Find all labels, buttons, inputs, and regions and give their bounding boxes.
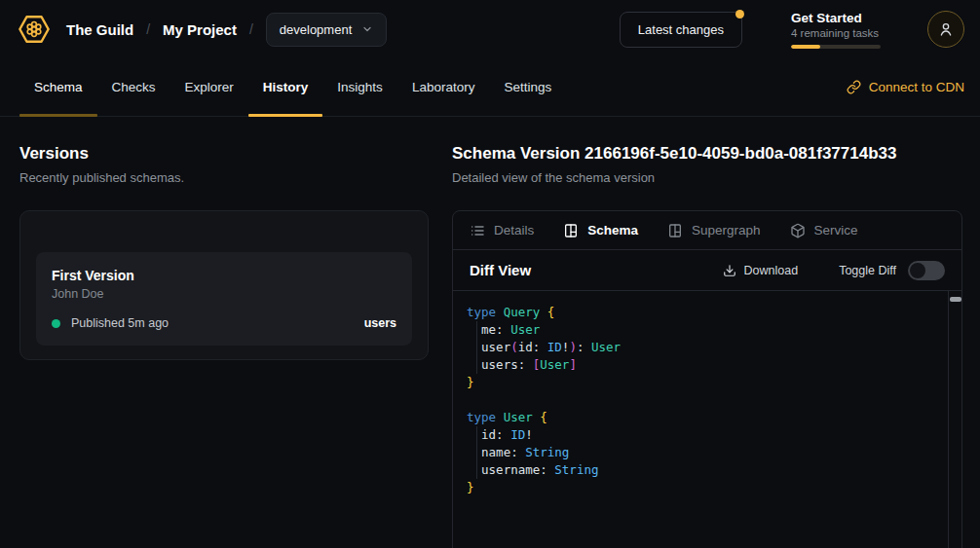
get-started-subtitle: 4 remaining tasks — [791, 27, 881, 39]
org-name[interactable]: The Guild — [66, 21, 133, 38]
list-icon — [470, 223, 485, 238]
breadcrumb-separator: / — [249, 21, 253, 37]
project-name[interactable]: My Project — [163, 21, 237, 38]
target-select-value: development — [280, 22, 352, 37]
diff-actions: Download Toggle Diff — [723, 261, 945, 280]
notification-dot — [735, 10, 744, 18]
toggle-knob — [910, 263, 925, 278]
tab-underline — [19, 114, 97, 117]
connect-to-cdn-label: Connect to CDN — [869, 80, 964, 94]
version-detail-subtitle: Detailed view of the schema version — [452, 170, 962, 185]
get-started-progress-fill — [791, 45, 820, 49]
connect-to-cdn-link[interactable]: Connect to CDN — [847, 58, 964, 116]
detail-tabs: Details Schema Supergraph — [453, 211, 961, 250]
latest-changes-button[interactable]: Latest changes — [620, 12, 742, 48]
get-started-widget[interactable]: Get Started 4 remaining tasks — [791, 11, 881, 49]
version-name: First Version — [52, 268, 396, 283]
tab-underline — [248, 114, 323, 117]
get-started-title: Get Started — [791, 11, 881, 25]
code-content: type Query { me: User user(id: ID!): Use… — [453, 291, 961, 509]
columns-icon — [667, 223, 683, 238]
version-detail-panel: Schema Version 2166196f-5e10-4059-bd0a-0… — [452, 144, 962, 548]
tab-laboratory[interactable]: Laboratory — [397, 58, 490, 116]
user-icon — [938, 21, 954, 37]
tab-insights[interactable]: Insights — [322, 58, 397, 116]
tab-history[interactable]: History — [248, 58, 323, 116]
diff-view-header: Diff View Download Toggle Diff — [453, 250, 961, 291]
detail-tab-supergraph[interactable]: Supergraph — [667, 223, 761, 238]
toggle-diff-switch[interactable] — [908, 261, 945, 280]
versions-list-card: First Version John Doe Published 5m ago … — [19, 210, 429, 360]
tab-settings[interactable]: Settings — [489, 58, 566, 116]
tab-checks[interactable]: Checks — [97, 58, 170, 116]
version-detail-container: Details Schema Supergraph — [452, 210, 962, 548]
user-menu-button[interactable] — [927, 11, 964, 48]
version-author: John Doe — [52, 287, 396, 301]
box-icon — [790, 223, 806, 238]
main-content: Versions Recently published schemas. Fir… — [0, 117, 980, 548]
detail-tab-service[interactable]: Service — [790, 223, 858, 238]
get-started-progress-bar — [791, 45, 881, 49]
download-icon — [723, 264, 736, 277]
versions-title: Versions — [19, 144, 429, 164]
indent-guide — [476, 426, 477, 479]
version-status: Published 5m ago — [71, 316, 169, 330]
download-button[interactable]: Download — [723, 264, 799, 277]
code-scrollbar[interactable] — [948, 291, 961, 548]
breadcrumb-separator: / — [146, 21, 150, 37]
published-status-dot — [52, 319, 60, 328]
version-detail-title: Schema Version 2166196f-5e10-4059-bd0a-0… — [452, 144, 962, 164]
versions-panel: Versions Recently published schemas. Fir… — [19, 144, 429, 548]
target-nav: Schema Checks Explorer History Insights … — [0, 58, 980, 117]
versions-subtitle: Recently published schemas. — [19, 170, 429, 185]
detail-tab-details[interactable]: Details — [470, 223, 534, 238]
latest-changes-label: Latest changes — [638, 22, 724, 37]
target-select[interactable]: development — [266, 13, 387, 47]
columns-icon — [563, 223, 579, 238]
chevron-down-icon — [361, 23, 373, 35]
tab-schema[interactable]: Schema — [19, 58, 97, 116]
version-service-badge: users — [364, 316, 396, 330]
detail-tab-schema[interactable]: Schema — [563, 223, 638, 238]
header: The Guild / My Project / development Lat… — [0, 0, 980, 58]
indent-guide — [476, 321, 477, 374]
diff-view-title: Diff View — [470, 262, 531, 278]
hive-logo-icon[interactable] — [16, 11, 53, 48]
tab-explorer[interactable]: Explorer — [170, 58, 248, 116]
version-status-row: Published 5m ago users — [52, 316, 396, 330]
scrollbar-thumb[interactable] — [950, 297, 961, 302]
schema-code-area[interactable]: type Query { me: User user(id: ID!): Use… — [453, 291, 961, 548]
link-icon — [847, 80, 861, 94]
version-list-item[interactable]: First Version John Doe Published 5m ago … — [36, 252, 412, 346]
download-label: Download — [744, 264, 799, 277]
toggle-diff-label: Toggle Diff — [839, 264, 896, 277]
